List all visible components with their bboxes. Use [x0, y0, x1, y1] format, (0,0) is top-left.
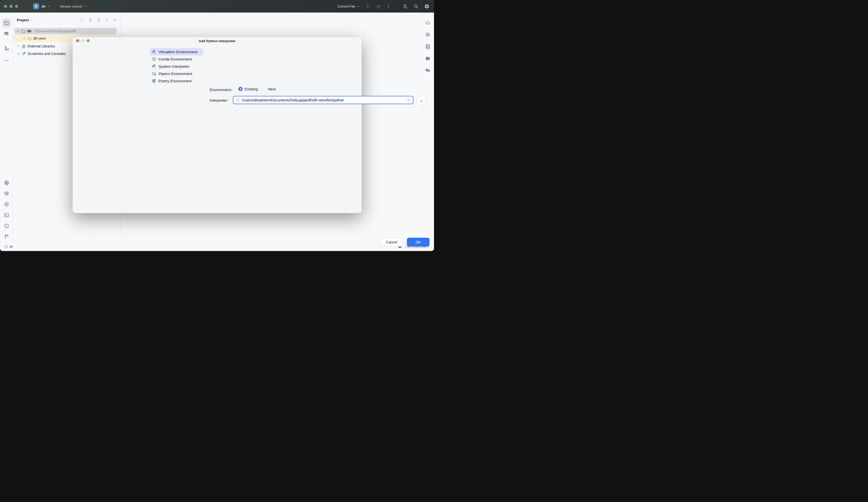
interpreter-combobox[interactable]: v /Users/alexpeters/Documents/Debug/pip/… — [233, 96, 413, 104]
list-item-virtualenv[interactable]: V Virtualenv Environment — [150, 48, 203, 55]
list-item-conda[interactable]: Conda Environment — [150, 55, 203, 63]
collapse-all-icon[interactable] — [96, 18, 101, 22]
copilot-chat-tool-button[interactable] — [423, 66, 432, 75]
project-name: dh — [41, 4, 46, 8]
chevron-down-icon — [30, 19, 33, 22]
more-horizontal-icon — [4, 58, 9, 63]
list-item-label: Poetry Environment — [158, 79, 192, 83]
problems-icon[interactable] — [4, 223, 9, 229]
locate-icon[interactable] — [80, 18, 84, 22]
tree-row-dh[interactable]: dh ~/Documents/Debug/pip/dh — [16, 28, 76, 34]
expand-all-icon[interactable] — [88, 18, 93, 22]
svg-text:V: V — [154, 52, 155, 54]
close-button[interactable] — [4, 5, 7, 8]
folder-icon — [21, 29, 25, 33]
desktop: D dh Version control Current File — [0, 0, 434, 251]
tree-row-dh-venv[interactable]: dh-venv — [22, 35, 46, 42]
more-vertical-icon[interactable] — [105, 18, 109, 22]
notifications-bell-icon — [425, 20, 431, 26]
list-item-label: Pipenv Environment — [158, 72, 192, 76]
more-vertical-icon[interactable] — [386, 4, 391, 9]
project-badge: D — [33, 3, 39, 9]
radio-new-control[interactable] — [262, 87, 266, 91]
list-item-label: System Interpreter — [158, 64, 189, 69]
python-venv-icon: V — [152, 50, 156, 54]
debug-icon[interactable] — [376, 4, 381, 9]
notifications-tool-button[interactable] — [423, 19, 432, 27]
venv-folder-icon — [27, 36, 32, 41]
more-tool-windows-button[interactable] — [2, 56, 11, 65]
browse-button[interactable]: ... — [417, 96, 426, 104]
services-icon[interactable] — [4, 201, 9, 207]
python-packages-icon[interactable] — [4, 191, 9, 196]
project-panel-title[interactable]: Project — [17, 18, 33, 22]
panel-title-text: Project — [17, 18, 29, 22]
minimize-button[interactable] — [10, 5, 12, 8]
environment-radio-group: Existing New — [238, 87, 276, 91]
run-configuration-selector[interactable]: Current File — [337, 4, 360, 8]
add-python-interpreter-dialog: Add Python Interpreter V Virtualenv Envi… — [73, 37, 362, 213]
database-tool-button[interactable] — [423, 42, 432, 51]
svg-text:v: v — [238, 100, 239, 102]
hide-icon[interactable] — [113, 18, 117, 22]
project-folder-icon — [4, 21, 9, 25]
module-icon — [5, 245, 8, 248]
python-icon — [152, 64, 156, 69]
list-item-pipenv[interactable]: Pipenv Environment — [150, 70, 203, 77]
project-panel-header: Project — [13, 12, 121, 28]
chevron-right-icon[interactable] — [17, 44, 20, 48]
radio-existing-control[interactable] — [238, 87, 242, 91]
tree-row-scratches[interactable]: Scratches and Consoles — [17, 51, 66, 57]
add-user-icon[interactable] — [403, 4, 408, 9]
window-controls[interactable] — [4, 5, 18, 8]
cancel-button[interactable]: Cancel — [380, 238, 403, 247]
scratches-icon — [22, 52, 26, 56]
interpreter-path-value: /Users/alexpeters/Documents/Debug/pip/dh… — [242, 98, 405, 102]
python-console-icon[interactable] — [4, 180, 9, 186]
chevron-down-icon — [356, 4, 360, 8]
list-item-system[interactable]: System Interpreter — [150, 63, 203, 70]
left-tool-strip-bottom — [0, 180, 13, 239]
vcs-label: Version control — [60, 4, 82, 8]
dialog-title: Add Python Interpreter — [73, 39, 362, 43]
vcs-widget[interactable]: Version control — [60, 4, 87, 8]
status-project-name: dh — [9, 245, 13, 249]
status-project-widget[interactable]: dh — [5, 245, 13, 249]
titlebar: D dh Version control Current File — [0, 0, 434, 12]
version-control-branch-icon[interactable] — [4, 234, 9, 239]
radio-existing[interactable]: Existing — [238, 87, 258, 91]
list-item-label: Virtualenv Environment — [158, 50, 197, 54]
copilot-help-tool-button[interactable]: ? — [2, 29, 11, 38]
pipenv-icon — [152, 72, 156, 76]
ok-button[interactable]: OK — [407, 238, 430, 247]
chevron-right-icon[interactable] — [17, 52, 20, 55]
ai-assistant-icon — [425, 32, 431, 38]
poetry-icon — [152, 79, 156, 83]
zoom-button[interactable] — [15, 5, 18, 8]
copilot-chat-icon — [425, 67, 431, 73]
dialog-titlebar: Add Python Interpreter — [73, 37, 362, 45]
tree-item-name: Scratches and Consoles — [28, 52, 66, 56]
list-item-poetry[interactable]: Poetry Environment — [150, 77, 203, 85]
tree-row-external-libraries[interactable]: External Libraries — [17, 43, 55, 50]
copilot-question-icon: ? — [4, 31, 9, 36]
terminal-icon[interactable] — [4, 212, 9, 218]
ai-assistant-tool-button[interactable] — [423, 31, 432, 39]
chevron-down-icon[interactable] — [16, 29, 20, 33]
play-icon[interactable] — [366, 4, 371, 9]
conda-icon — [152, 57, 156, 61]
copilot-tool-button[interactable] — [423, 54, 432, 63]
structure-tool-button[interactable] — [2, 44, 11, 53]
database-icon — [425, 44, 431, 50]
interpreter-type-list: V Virtualenv Environment Conda Environme… — [150, 48, 203, 85]
chevron-down-icon[interactable] — [407, 98, 410, 102]
project-switcher[interactable]: dh — [41, 4, 51, 8]
svg-text:?: ? — [7, 33, 8, 35]
radio-new[interactable]: New — [262, 87, 276, 91]
chevron-right-icon[interactable] — [22, 36, 26, 40]
project-tool-button[interactable] — [2, 19, 11, 27]
run-config-label: Current File — [337, 4, 355, 8]
settings-gear-icon[interactable] — [424, 4, 430, 9]
search-icon[interactable] — [413, 4, 419, 9]
ide-window: D dh Version control Current File — [0, 0, 434, 251]
